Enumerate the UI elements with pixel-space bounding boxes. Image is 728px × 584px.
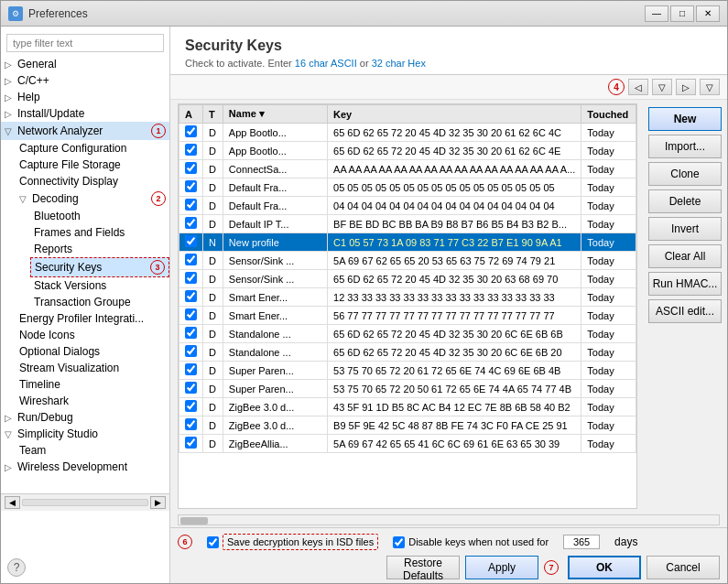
hex-link[interactable]: 32 char Hex (372, 58, 426, 69)
row-checkbox[interactable] (185, 180, 197, 192)
row-checkbox[interactable] (185, 235, 197, 247)
row-name: App Bootlo... (223, 124, 327, 142)
table-row[interactable]: DZigBeeAllia...5A 69 67 42 65 65 41 6C 6… (179, 435, 636, 453)
table-row[interactable]: DDefault Fra...04 04 04 04 04 04 04 04 0… (179, 197, 636, 215)
row-name: Default IP T... (223, 215, 327, 233)
sidebar-item-network-analyzer[interactable]: ▽ Network Analyzer 1 (1, 122, 169, 140)
sidebar-item-help[interactable]: ▷ Help (1, 89, 169, 105)
scroll-left-btn[interactable]: ◀ (5, 496, 20, 509)
ascii-edit-button[interactable]: ASCII edit... (648, 299, 722, 323)
import-button[interactable]: Import... (648, 135, 722, 158)
row-checkbox[interactable] (185, 363, 197, 375)
table-row[interactable]: DApp Bootlo...65 6D 62 65 72 20 45 4D 32… (179, 142, 636, 160)
table-row[interactable]: DSmart Ener...12 33 33 33 33 33 33 33 33… (179, 288, 636, 307)
row-key: 12 33 33 33 33 33 33 33 33 33 33 33 33 3… (328, 288, 581, 307)
table-row[interactable]: DApp Bootlo...65 6D 62 65 72 20 45 4D 32… (179, 124, 636, 142)
row-checkbox[interactable] (185, 290, 197, 302)
row-checkbox[interactable] (185, 400, 197, 412)
sidebar-item-optional-dialogs[interactable]: Optional Dialogs (16, 343, 169, 360)
sidebar-item-node-icons[interactable]: Node Icons (16, 327, 169, 343)
horizontal-scrollbar[interactable] (178, 514, 720, 525)
table-row[interactable]: DStandalone ...65 6D 62 65 72 20 45 4D 3… (179, 325, 636, 343)
row-checkbox[interactable] (185, 327, 197, 339)
nav-menu-btn[interactable]: ▽ (700, 79, 720, 95)
ok-button[interactable]: OK (568, 556, 641, 579)
new-button[interactable]: New (648, 107, 722, 131)
table-row[interactable]: DStandalone ...65 6D 62 65 72 20 45 4D 3… (179, 343, 636, 362)
sidebar-item-transaction-groupe[interactable]: Transaction Groupe (30, 294, 169, 310)
row-type: D (203, 178, 223, 197)
close-button[interactable]: ✕ (696, 5, 720, 22)
sidebar-item-capture-file-storage[interactable]: Capture File Storage (16, 157, 169, 173)
sidebar-scrollbar[interactable] (22, 499, 148, 506)
row-checkbox[interactable] (185, 308, 197, 320)
window-icon: ⚙ (8, 6, 23, 21)
sidebar-item-security-keys[interactable]: Security Keys 3 (30, 257, 169, 277)
table-row[interactable]: DSuper Paren...53 75 70 65 72 20 61 72 6… (179, 362, 636, 380)
restore-defaults-button[interactable]: Restore Defaults (386, 556, 460, 579)
nav-forward-btn[interactable]: ▷ (676, 79, 696, 95)
row-checkbox[interactable] (185, 272, 197, 284)
table-row[interactable]: DSuper Paren...53 75 70 65 72 20 50 61 7… (179, 380, 636, 398)
sidebar-item-frames-fields[interactable]: Frames and Fields (30, 224, 169, 241)
table-row[interactable]: DSensor/Sink ...5A 69 67 62 65 65 20 53 … (179, 252, 636, 270)
sidebar-item-team[interactable]: Team (16, 442, 169, 459)
sidebar-item-connectivity-display[interactable]: Connectivity Display (16, 173, 169, 189)
ascii-link[interactable]: 16 char ASCII (295, 58, 357, 69)
sidebar-item-general[interactable]: ▷ General (1, 56, 169, 72)
table-container[interactable]: A T Name ▾ Key Touched DApp Bootlo...65 … (178, 103, 637, 509)
table-row[interactable]: DZigBee 3.0 d...43 5F 91 1D B5 8C AC B4 … (179, 398, 636, 416)
row-checkbox[interactable] (185, 199, 197, 211)
sidebar-item-label: Connectivity Display (19, 175, 166, 188)
nav-back-btn[interactable]: ◁ (628, 79, 648, 95)
table-row[interactable]: DZigBee 3.0 d...B9 5F 9E 42 5C 48 87 8B … (179, 416, 636, 435)
clear-all-button[interactable]: Clear All (648, 244, 722, 268)
row-checkbox[interactable] (185, 144, 197, 156)
sidebar-item-stream-visualization[interactable]: Stream Visualization (16, 360, 169, 376)
invert-button[interactable]: Invert (648, 217, 722, 241)
row-checkbox[interactable] (185, 437, 197, 449)
clone-button[interactable]: Clone (648, 162, 722, 186)
row-checkbox[interactable] (185, 162, 197, 174)
sidebar-item-stack-versions[interactable]: Stack Versions (30, 277, 169, 294)
table-row[interactable]: DSensor/Sink ...65 6D 62 65 72 20 45 4D … (179, 270, 636, 288)
sidebar-item-decoding[interactable]: ▽ Decoding 2 (16, 189, 169, 208)
row-key: 65 6D 62 65 72 20 45 4D 32 35 30 20 63 6… (328, 270, 581, 288)
sidebar-item-cpp[interactable]: ▷ C/C++ (1, 72, 169, 89)
sidebar-item-simplicity-studio[interactable]: ▽ Simplicity Studio (1, 426, 169, 442)
sidebar-item-bluetooth[interactable]: Bluetooth (30, 208, 169, 224)
sidebar-filter-input[interactable] (6, 34, 164, 52)
run-hmac-button[interactable]: Run HMAC... (648, 272, 722, 296)
sidebar-item-install-update[interactable]: ▷ Install/Update (1, 105, 169, 122)
row-checkbox[interactable] (185, 345, 197, 357)
table-row[interactable]: DConnectSa...AA AA AA AA AA AA AA AA AA … (179, 160, 636, 178)
row-checkbox[interactable] (185, 382, 197, 394)
row-checkbox[interactable] (185, 254, 197, 265)
sidebar-item-timeline[interactable]: Timeline (16, 376, 169, 393)
minimize-button[interactable]: — (645, 5, 668, 22)
row-checkbox[interactable] (185, 125, 197, 137)
table-row[interactable]: DDefault IP T...BF BE BD BC BB BA B9 B8 … (179, 215, 636, 233)
sidebar-item-energy-profiler[interactable]: Energy Profiler Integrati... (16, 310, 169, 327)
sidebar-item-run-debug[interactable]: ▷ Run/Debug (1, 409, 169, 426)
table-row[interactable]: DDefault Fra...05 05 05 05 05 05 05 05 0… (179, 178, 636, 197)
save-keys-checkbox[interactable] (207, 536, 219, 548)
maximize-button[interactable]: □ (670, 5, 694, 22)
scroll-right-btn[interactable]: ▶ (150, 496, 166, 509)
row-checkbox[interactable] (185, 217, 197, 229)
sidebar-item-wireless-development[interactable]: ▷ Wireless Development (1, 459, 169, 475)
sidebar-item-reports[interactable]: Reports (30, 241, 169, 257)
delete-button[interactable]: Delete (648, 189, 722, 213)
sidebar-item-label: Capture File Storage (19, 158, 166, 171)
network-analyzer-children: Capture Configuration Capture File Stora… (1, 140, 169, 409)
disable-keys-checkbox[interactable] (393, 536, 405, 548)
table-row[interactable]: DSmart Ener...56 77 77 77 77 77 77 77 77… (179, 307, 636, 325)
sidebar-item-capture-configuration[interactable]: Capture Configuration (16, 140, 169, 157)
row-checkbox[interactable] (185, 418, 197, 430)
sidebar-item-wireshark[interactable]: Wireshark (16, 393, 169, 409)
days-input[interactable] (563, 535, 600, 549)
cancel-button[interactable]: Cancel (647, 556, 720, 579)
table-row[interactable]: NNew profileC1 05 57 73 1A 09 83 71 77 C… (179, 233, 636, 252)
nav-dropdown-btn[interactable]: ▽ (652, 79, 672, 95)
apply-button[interactable]: Apply (465, 556, 538, 579)
